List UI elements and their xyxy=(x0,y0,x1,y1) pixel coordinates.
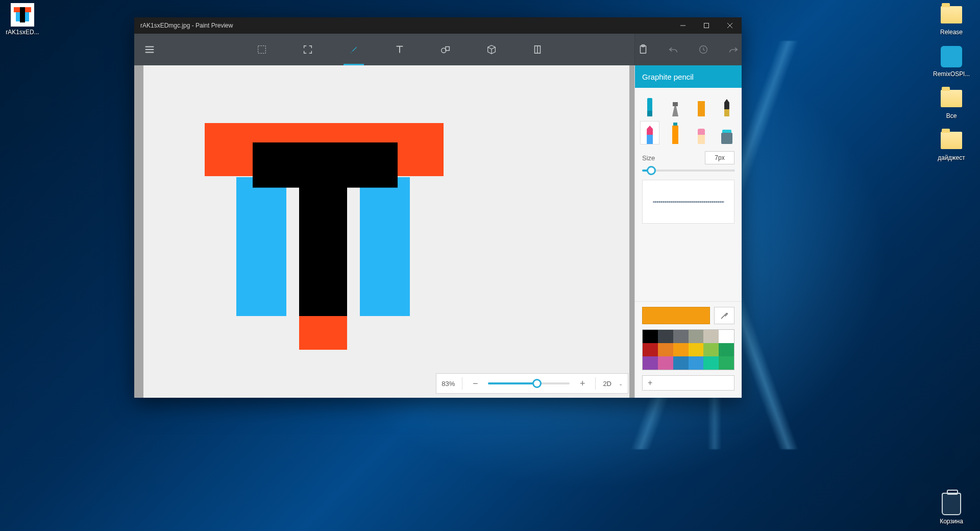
cube-icon xyxy=(486,44,497,55)
tool-brush[interactable] xyxy=(341,34,366,65)
tool-eraser[interactable] xyxy=(692,122,710,144)
close-button[interactable] xyxy=(718,17,742,34)
tool-pen[interactable] xyxy=(666,94,684,116)
palette-swatch[interactable] xyxy=(719,343,734,356)
paste-button[interactable] xyxy=(635,34,652,65)
eyedropper-button[interactable] xyxy=(714,307,734,324)
brush-icon xyxy=(348,44,359,55)
canvas-area[interactable]: 83% − + 2D ⌄ xyxy=(134,65,634,398)
eraser-icon xyxy=(698,129,705,144)
minimize-button[interactable] xyxy=(671,17,695,34)
zoom-value: 83% xyxy=(442,380,455,388)
tool-pencil[interactable] xyxy=(641,122,659,144)
zoom-out-button[interactable]: − xyxy=(470,378,481,389)
bucket-icon xyxy=(721,133,732,144)
current-color-swatch[interactable] xyxy=(642,307,710,324)
fountain-pen-icon xyxy=(724,99,729,116)
undo-icon xyxy=(668,44,679,55)
text-icon xyxy=(394,44,405,55)
desktop-icon-folder-all[interactable]: Все xyxy=(932,87,971,119)
size-input[interactable]: 7px xyxy=(705,151,734,164)
pencil-icon xyxy=(647,126,653,144)
redo-icon xyxy=(728,44,739,55)
canvas-page[interactable] xyxy=(143,65,629,398)
select-icon xyxy=(256,44,267,55)
canvas-status-bar: 83% − + 2D ⌄ xyxy=(436,373,628,394)
file-thumbnail-icon xyxy=(11,3,34,27)
window-titlebar[interactable]: rAK1sxEDmgc.jpg - Paint Preview xyxy=(134,17,742,34)
view-mode: 2D xyxy=(603,380,611,388)
color-palette xyxy=(642,329,734,370)
desktop-icon-folder-release[interactable]: Release xyxy=(932,3,971,36)
desktop-icon-app-remixos[interactable]: RemixOSPl... xyxy=(932,45,971,78)
tool-bucket[interactable] xyxy=(718,122,736,144)
chevron-down-icon[interactable]: ⌄ xyxy=(619,381,623,387)
divider xyxy=(595,377,596,390)
desktop-icons-right: Release RemixOSPl... Все дайджест xyxy=(932,3,971,161)
tool-select[interactable] xyxy=(250,34,274,65)
palette-swatch[interactable] xyxy=(719,330,734,343)
layers-icon xyxy=(532,44,543,55)
palette-swatch[interactable] xyxy=(703,343,719,356)
desktop-icon-recycle-bin[interactable]: Корзина xyxy=(932,492,971,525)
tool-marker[interactable] xyxy=(641,94,659,116)
recycle-bin-icon xyxy=(940,492,963,516)
panel-header: Graphite pencil xyxy=(635,65,742,88)
divider xyxy=(462,377,462,390)
spray-icon xyxy=(672,126,678,144)
size-slider[interactable] xyxy=(642,170,734,172)
palette-swatch[interactable] xyxy=(673,343,689,356)
folder-icon xyxy=(940,129,963,152)
desktop-icons-left: rAK1sxED... xyxy=(3,3,42,36)
palette-swatch[interactable] xyxy=(673,330,689,343)
history-icon xyxy=(698,44,709,55)
palette-swatch[interactable] xyxy=(658,343,673,356)
window-title: rAK1sxEDmgc.jpg - Paint Preview xyxy=(140,22,233,29)
palette-swatch[interactable] xyxy=(689,343,704,356)
tool-layers[interactable] xyxy=(525,34,550,65)
brush-preview xyxy=(642,180,734,224)
zoom-in-button[interactable]: + xyxy=(577,378,588,389)
svg-rect-0 xyxy=(704,23,709,28)
palette-swatch[interactable] xyxy=(673,356,689,370)
undo-button[interactable] xyxy=(665,34,682,65)
color-section: + xyxy=(635,301,742,398)
palette-swatch[interactable] xyxy=(719,356,734,370)
palette-swatch[interactable] xyxy=(643,330,658,343)
side-panel: Graphite pencil Size 7px xyxy=(634,65,742,398)
tool-brush-square[interactable] xyxy=(692,94,710,116)
maximize-button[interactable] xyxy=(695,17,718,34)
svg-rect-1 xyxy=(258,46,266,54)
palette-swatch[interactable] xyxy=(658,330,673,343)
tool-spray[interactable] xyxy=(666,122,684,144)
tool-3d[interactable] xyxy=(479,34,504,65)
tool-fountain-pen[interactable] xyxy=(718,94,736,116)
tool-shapes[interactable] xyxy=(433,34,458,65)
palette-swatch[interactable] xyxy=(703,330,719,343)
redo-button[interactable] xyxy=(725,34,742,65)
desktop-icon-file[interactable]: rAK1sxED... xyxy=(3,3,42,36)
desktop-icon-label: Корзина xyxy=(940,518,963,525)
palette-swatch[interactable] xyxy=(643,356,658,370)
palette-swatch[interactable] xyxy=(689,330,704,343)
palette-swatch[interactable] xyxy=(703,356,719,370)
tool-text[interactable] xyxy=(387,34,412,65)
history-button[interactable] xyxy=(695,34,712,65)
clipboard-icon xyxy=(638,44,649,55)
palette-swatch[interactable] xyxy=(658,356,673,370)
desktop-icon-folder-digest[interactable]: дайджест xyxy=(932,129,971,161)
app-body: 83% − + 2D ⌄ Graphite pencil xyxy=(134,65,742,398)
add-color-button[interactable]: + xyxy=(642,375,734,391)
pen-icon xyxy=(672,102,678,116)
zoom-slider[interactable] xyxy=(488,382,570,384)
palette-swatch[interactable] xyxy=(643,343,658,356)
folder-icon xyxy=(940,3,963,27)
palette-swatch[interactable] xyxy=(689,356,704,370)
tool-crop[interactable] xyxy=(296,34,320,65)
desktop-icon-label: дайджест xyxy=(938,154,965,161)
menu-button[interactable] xyxy=(137,34,162,65)
folder-icon xyxy=(940,87,963,110)
paint-preview-window: rAK1sxEDmgc.jpg - Paint Preview xyxy=(134,17,742,398)
eyedropper-icon xyxy=(720,311,729,320)
hamburger-icon xyxy=(144,44,155,55)
